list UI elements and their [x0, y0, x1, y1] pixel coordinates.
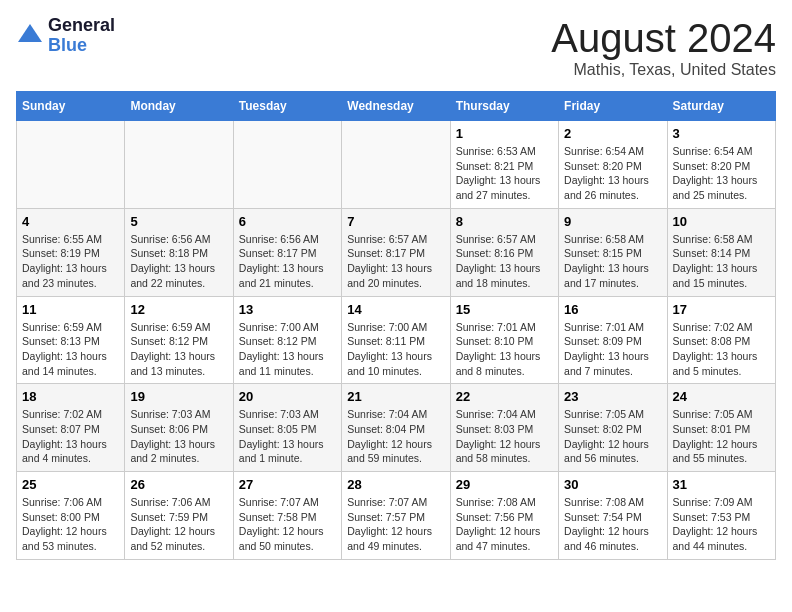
logo-text: General Blue: [48, 16, 115, 56]
calendar-cell: 8Sunrise: 6:57 AM Sunset: 8:16 PM Daylig…: [450, 208, 558, 296]
day-info: Sunrise: 7:00 AM Sunset: 8:12 PM Dayligh…: [239, 320, 336, 379]
day-info: Sunrise: 6:55 AM Sunset: 8:19 PM Dayligh…: [22, 232, 119, 291]
day-number: 12: [130, 302, 227, 317]
calendar-cell: 22Sunrise: 7:04 AM Sunset: 8:03 PM Dayli…: [450, 384, 558, 472]
calendar-cell: 1Sunrise: 6:53 AM Sunset: 8:21 PM Daylig…: [450, 121, 558, 209]
day-number: 14: [347, 302, 444, 317]
svg-marker-0: [18, 24, 42, 42]
column-header-friday: Friday: [559, 92, 667, 121]
day-info: Sunrise: 6:58 AM Sunset: 8:14 PM Dayligh…: [673, 232, 770, 291]
calendar-cell: 10Sunrise: 6:58 AM Sunset: 8:14 PM Dayli…: [667, 208, 775, 296]
calendar-cell: 26Sunrise: 7:06 AM Sunset: 7:59 PM Dayli…: [125, 472, 233, 560]
calendar-week-row: 4Sunrise: 6:55 AM Sunset: 8:19 PM Daylig…: [17, 208, 776, 296]
logo-icon: [16, 22, 44, 50]
day-info: Sunrise: 7:07 AM Sunset: 7:57 PM Dayligh…: [347, 495, 444, 554]
day-number: 4: [22, 214, 119, 229]
day-number: 19: [130, 389, 227, 404]
day-number: 6: [239, 214, 336, 229]
title-area: August 2024 Mathis, Texas, United States: [551, 16, 776, 79]
calendar-cell: [342, 121, 450, 209]
calendar-cell: 25Sunrise: 7:06 AM Sunset: 8:00 PM Dayli…: [17, 472, 125, 560]
day-info: Sunrise: 7:02 AM Sunset: 8:08 PM Dayligh…: [673, 320, 770, 379]
day-number: 22: [456, 389, 553, 404]
calendar-cell: 16Sunrise: 7:01 AM Sunset: 8:09 PM Dayli…: [559, 296, 667, 384]
day-info: Sunrise: 7:08 AM Sunset: 7:54 PM Dayligh…: [564, 495, 661, 554]
day-info: Sunrise: 7:09 AM Sunset: 7:53 PM Dayligh…: [673, 495, 770, 554]
day-number: 3: [673, 126, 770, 141]
day-number: 8: [456, 214, 553, 229]
calendar-cell: 20Sunrise: 7:03 AM Sunset: 8:05 PM Dayli…: [233, 384, 341, 472]
day-number: 25: [22, 477, 119, 492]
calendar-title: August 2024: [551, 16, 776, 61]
calendar-week-row: 11Sunrise: 6:59 AM Sunset: 8:13 PM Dayli…: [17, 296, 776, 384]
day-info: Sunrise: 7:01 AM Sunset: 8:09 PM Dayligh…: [564, 320, 661, 379]
day-info: Sunrise: 7:06 AM Sunset: 7:59 PM Dayligh…: [130, 495, 227, 554]
day-number: 5: [130, 214, 227, 229]
day-number: 26: [130, 477, 227, 492]
day-number: 17: [673, 302, 770, 317]
day-info: Sunrise: 7:05 AM Sunset: 8:02 PM Dayligh…: [564, 407, 661, 466]
day-number: 20: [239, 389, 336, 404]
day-info: Sunrise: 6:53 AM Sunset: 8:21 PM Dayligh…: [456, 144, 553, 203]
calendar-cell: 13Sunrise: 7:00 AM Sunset: 8:12 PM Dayli…: [233, 296, 341, 384]
calendar-cell: 3Sunrise: 6:54 AM Sunset: 8:20 PM Daylig…: [667, 121, 775, 209]
calendar-cell: 24Sunrise: 7:05 AM Sunset: 8:01 PM Dayli…: [667, 384, 775, 472]
day-number: 2: [564, 126, 661, 141]
calendar-cell: [233, 121, 341, 209]
day-info: Sunrise: 7:07 AM Sunset: 7:58 PM Dayligh…: [239, 495, 336, 554]
calendar-cell: [17, 121, 125, 209]
day-number: 24: [673, 389, 770, 404]
day-info: Sunrise: 6:56 AM Sunset: 8:17 PM Dayligh…: [239, 232, 336, 291]
calendar-cell: 2Sunrise: 6:54 AM Sunset: 8:20 PM Daylig…: [559, 121, 667, 209]
day-info: Sunrise: 7:08 AM Sunset: 7:56 PM Dayligh…: [456, 495, 553, 554]
day-info: Sunrise: 6:58 AM Sunset: 8:15 PM Dayligh…: [564, 232, 661, 291]
day-info: Sunrise: 7:06 AM Sunset: 8:00 PM Dayligh…: [22, 495, 119, 554]
calendar-subtitle: Mathis, Texas, United States: [551, 61, 776, 79]
calendar-week-row: 18Sunrise: 7:02 AM Sunset: 8:07 PM Dayli…: [17, 384, 776, 472]
column-header-monday: Monday: [125, 92, 233, 121]
day-info: Sunrise: 7:05 AM Sunset: 8:01 PM Dayligh…: [673, 407, 770, 466]
calendar-cell: 30Sunrise: 7:08 AM Sunset: 7:54 PM Dayli…: [559, 472, 667, 560]
day-info: Sunrise: 6:56 AM Sunset: 8:18 PM Dayligh…: [130, 232, 227, 291]
calendar-header-row: SundayMondayTuesdayWednesdayThursdayFrid…: [17, 92, 776, 121]
column-header-wednesday: Wednesday: [342, 92, 450, 121]
calendar-cell: 15Sunrise: 7:01 AM Sunset: 8:10 PM Dayli…: [450, 296, 558, 384]
calendar-cell: 31Sunrise: 7:09 AM Sunset: 7:53 PM Dayli…: [667, 472, 775, 560]
calendar-table: SundayMondayTuesdayWednesdayThursdayFrid…: [16, 91, 776, 560]
day-info: Sunrise: 6:59 AM Sunset: 8:13 PM Dayligh…: [22, 320, 119, 379]
day-number: 18: [22, 389, 119, 404]
day-info: Sunrise: 6:54 AM Sunset: 8:20 PM Dayligh…: [564, 144, 661, 203]
day-info: Sunrise: 7:00 AM Sunset: 8:11 PM Dayligh…: [347, 320, 444, 379]
calendar-week-row: 1Sunrise: 6:53 AM Sunset: 8:21 PM Daylig…: [17, 121, 776, 209]
calendar-cell: 5Sunrise: 6:56 AM Sunset: 8:18 PM Daylig…: [125, 208, 233, 296]
calendar-cell: 18Sunrise: 7:02 AM Sunset: 8:07 PM Dayli…: [17, 384, 125, 472]
logo: General Blue: [16, 16, 115, 56]
calendar-week-row: 25Sunrise: 7:06 AM Sunset: 8:00 PM Dayli…: [17, 472, 776, 560]
column-header-tuesday: Tuesday: [233, 92, 341, 121]
calendar-cell: 14Sunrise: 7:00 AM Sunset: 8:11 PM Dayli…: [342, 296, 450, 384]
calendar-cell: 19Sunrise: 7:03 AM Sunset: 8:06 PM Dayli…: [125, 384, 233, 472]
day-info: Sunrise: 6:59 AM Sunset: 8:12 PM Dayligh…: [130, 320, 227, 379]
column-header-saturday: Saturday: [667, 92, 775, 121]
day-number: 13: [239, 302, 336, 317]
day-number: 29: [456, 477, 553, 492]
calendar-cell: 23Sunrise: 7:05 AM Sunset: 8:02 PM Dayli…: [559, 384, 667, 472]
calendar-cell: 12Sunrise: 6:59 AM Sunset: 8:12 PM Dayli…: [125, 296, 233, 384]
day-number: 15: [456, 302, 553, 317]
day-info: Sunrise: 7:01 AM Sunset: 8:10 PM Dayligh…: [456, 320, 553, 379]
calendar-cell: 4Sunrise: 6:55 AM Sunset: 8:19 PM Daylig…: [17, 208, 125, 296]
day-number: 9: [564, 214, 661, 229]
calendar-cell: 29Sunrise: 7:08 AM Sunset: 7:56 PM Dayli…: [450, 472, 558, 560]
calendar-cell: 17Sunrise: 7:02 AM Sunset: 8:08 PM Dayli…: [667, 296, 775, 384]
day-info: Sunrise: 6:57 AM Sunset: 8:16 PM Dayligh…: [456, 232, 553, 291]
day-number: 1: [456, 126, 553, 141]
day-number: 7: [347, 214, 444, 229]
calendar-cell: 9Sunrise: 6:58 AM Sunset: 8:15 PM Daylig…: [559, 208, 667, 296]
calendar-cell: 7Sunrise: 6:57 AM Sunset: 8:17 PM Daylig…: [342, 208, 450, 296]
day-info: Sunrise: 6:54 AM Sunset: 8:20 PM Dayligh…: [673, 144, 770, 203]
day-info: Sunrise: 7:04 AM Sunset: 8:03 PM Dayligh…: [456, 407, 553, 466]
day-number: 10: [673, 214, 770, 229]
column-header-sunday: Sunday: [17, 92, 125, 121]
day-number: 21: [347, 389, 444, 404]
calendar-cell: 27Sunrise: 7:07 AM Sunset: 7:58 PM Dayli…: [233, 472, 341, 560]
